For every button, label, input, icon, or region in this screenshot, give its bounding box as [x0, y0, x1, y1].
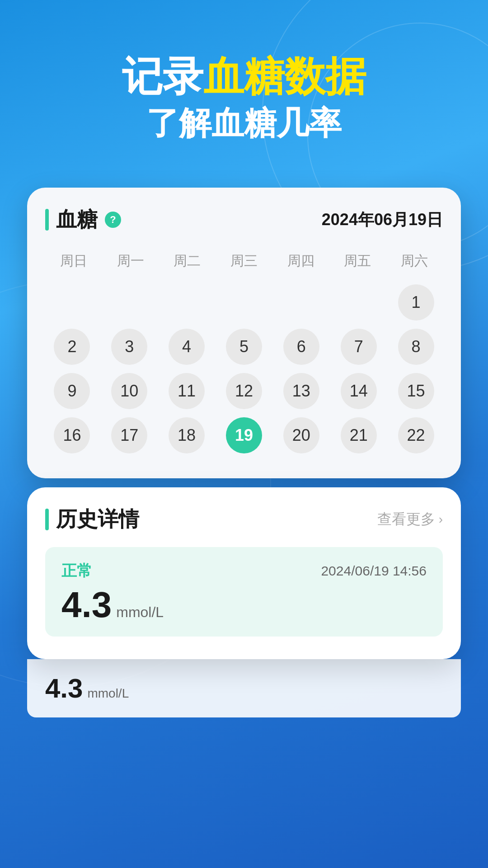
bottom-partial-entry: 4.3 mmol/L: [27, 659, 461, 717]
header-section: 记录血糖数据 了解血糖几率: [0, 0, 488, 170]
header-line2: 了解血糖几率: [27, 104, 461, 142]
calendar-day[interactable]: 12: [217, 371, 271, 411]
calendar-day[interactable]: 6: [274, 326, 328, 367]
calendar-card: 血糖 ? 2024年06月19日 周日周一周二周三周四周五周六 12345678…: [27, 188, 461, 478]
entry-value-row: 4.3 mmol/L: [61, 587, 427, 623]
history-teal-bar: [45, 509, 49, 530]
calendar-day[interactable]: 17: [103, 415, 156, 456]
entry-status: 正常: [61, 561, 92, 581]
calendar-title-group: 血糖 ?: [45, 206, 121, 234]
calendar-weekdays: 周日周一周二周三周四周五周六: [45, 247, 443, 275]
weekday-label: 周一: [102, 247, 159, 275]
calendar-date: 2024年06月19日: [322, 209, 443, 231]
teal-accent-bar: [45, 209, 49, 231]
header-prefix: 记录: [122, 54, 203, 99]
calendar-day[interactable]: 9: [45, 371, 99, 411]
weekday-label: 周四: [272, 247, 329, 275]
weekday-label: 周三: [216, 247, 272, 275]
calendar-day[interactable]: 19: [217, 415, 271, 456]
entry-datetime: 2024/06/19 14:56: [321, 563, 427, 579]
header-highlight: 血糖数据: [203, 54, 366, 99]
weekday-label: 周二: [159, 247, 216, 275]
bottom-value: 4.3: [45, 673, 83, 704]
calendar-day[interactable]: 18: [160, 415, 214, 456]
calendar-day[interactable]: 11: [160, 371, 214, 411]
calendar-day[interactable]: [45, 282, 99, 323]
calendar-day[interactable]: 13: [274, 371, 328, 411]
calendar-day[interactable]: 3: [103, 326, 156, 367]
help-icon[interactable]: ?: [105, 212, 121, 228]
calendar-day[interactable]: 15: [389, 371, 443, 411]
calendar-grid[interactable]: 12345678910111213141516171819202122: [45, 282, 443, 456]
calendar-day[interactable]: 1: [389, 282, 443, 323]
history-title: 历史详情: [56, 505, 139, 533]
calendar-day[interactable]: 14: [332, 371, 385, 411]
weekday-label: 周六: [386, 247, 443, 275]
calendar-day[interactable]: 21: [332, 415, 385, 456]
weekday-label: 周日: [45, 247, 102, 275]
calendar-day[interactable]: 8: [389, 326, 443, 367]
weekday-label: 周五: [329, 247, 386, 275]
calendar-day[interactable]: [217, 282, 271, 323]
calendar-day[interactable]: [332, 282, 385, 323]
header-line1: 记录血糖数据: [27, 54, 461, 99]
history-title-group: 历史详情: [45, 505, 139, 533]
calendar-day[interactable]: [160, 282, 214, 323]
calendar-day[interactable]: 4: [160, 326, 214, 367]
calendar-day[interactable]: 22: [389, 415, 443, 456]
history-card: 历史详情 查看更多 › 正常 2024/06/19 14:56 4.3 mmol…: [27, 487, 461, 659]
calendar-header: 血糖 ? 2024年06月19日: [45, 206, 443, 234]
calendar-title: 血糖: [56, 206, 98, 234]
history-header: 历史详情 查看更多 ›: [45, 505, 443, 533]
chevron-right-icon: ›: [439, 512, 443, 527]
calendar-day[interactable]: 2: [45, 326, 99, 367]
calendar-day[interactable]: 20: [274, 415, 328, 456]
history-entry[interactable]: 正常 2024/06/19 14:56 4.3 mmol/L: [45, 547, 443, 637]
calendar-day[interactable]: 16: [45, 415, 99, 456]
entry-header: 正常 2024/06/19 14:56: [61, 561, 427, 581]
calendar-day[interactable]: 7: [332, 326, 385, 367]
bottom-unit: mmol/L: [87, 686, 129, 701]
calendar-day[interactable]: [103, 282, 156, 323]
calendar-day[interactable]: [274, 282, 328, 323]
entry-unit: mmol/L: [116, 604, 164, 621]
calendar-day[interactable]: 10: [103, 371, 156, 411]
entry-number: 4.3: [61, 587, 112, 623]
calendar-day[interactable]: 5: [217, 326, 271, 367]
view-more-button[interactable]: 查看更多 ›: [377, 509, 443, 529]
